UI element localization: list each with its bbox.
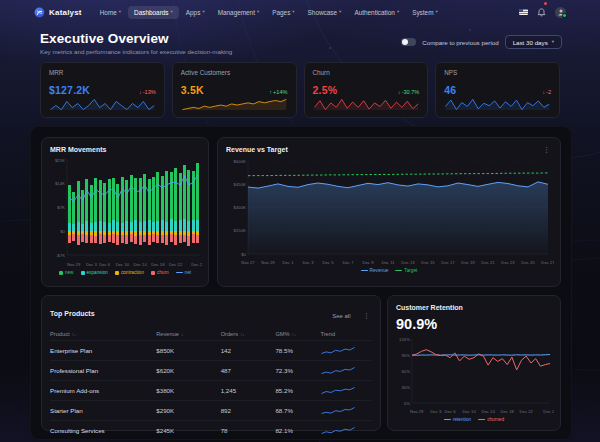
trend-arrow-icon: ↓ [139,89,142,95]
svg-text:Nov 29: Nov 29 [261,260,275,265]
kpi-card-mrr[interactable]: MRR $127.2K ↓ -13% [40,62,165,118]
column-header-gm-[interactable]: GM%↑↓ [275,328,320,341]
nav-item-showcase[interactable]: Showcase▾ [302,6,348,19]
kpi-card-nps[interactable]: NPS 46 ↓ -2 [435,62,560,118]
kpi-delta-value: -30.7% [402,89,420,95]
kpi-value-row: 2.5% ↓ -30.7% [313,84,420,96]
trend-sparkline [320,426,356,435]
svg-text:Dec 27: Dec 27 [541,260,554,265]
nav-item-home[interactable]: Home▾ [94,6,127,19]
trend-sparkline [320,386,356,395]
column-header-trend: Trend [320,328,372,341]
column-header-product[interactable]: Product↑↓ [50,328,156,341]
kpi-value: $127.2K [49,84,90,96]
kpi-delta-badge: ↓ -30.7% [398,89,420,95]
kpi-delta-badge: ↓ -13% [139,89,156,95]
executive-dashboard-page: Katalyst Home▾Dashboards▾Apps▾Management… [0,0,600,442]
legend-item-contraction[interactable]: contraction [115,270,144,275]
svg-text:Dec 14: Dec 14 [134,262,148,267]
svg-text:Dec 15: Dec 15 [421,260,435,265]
cell-orders: 487 [221,361,276,381]
compare-toggle[interactable] [401,38,416,46]
svg-text:Dec 27: Dec 27 [191,262,202,267]
cell-product: Premium Add-ons [50,381,156,401]
svg-text:Dec 21: Dec 21 [481,260,495,265]
legend-line-swatch [395,270,402,272]
table-row-premium-add-ons: Premium Add-ons$380K1,24585.2% [50,381,372,401]
legend-item-churned[interactable]: churned [478,417,504,422]
chevron-down-icon: ▾ [171,10,173,15]
kpi-label: Active Customers [181,69,288,76]
nav-item-label: Showcase [308,9,338,16]
legend-label: churn [157,270,169,275]
kpi-card-churn[interactable]: Churn 2.5% ↓ -30.7% [304,62,429,118]
kpi-card-active-customers[interactable]: Active Customers 3.5K ↑ +14% [172,62,297,118]
legend-item-target[interactable]: Target [395,268,417,273]
revenue-vs-target-chart[interactable]: $600K$450K$300K$150K$0Nov 27Nov 29Dec 1D… [226,156,554,266]
legend-item-net[interactable]: net [176,270,192,275]
nav-item-system[interactable]: System▾ [406,6,444,19]
navbar-actions [519,3,566,21]
kpi-value-row: 46 ↓ -2 [444,84,551,96]
kpi-value-row: $127.2K ↓ -13% [49,84,156,96]
legend-label: retention [453,417,471,422]
legend-square-swatch [151,271,155,275]
svg-text:Dec 27: Dec 27 [543,409,554,414]
chevron-down-icon: ▾ [552,40,554,45]
nav-item-label: Management [218,9,255,16]
trend-arrow-icon: ↓ [398,89,401,95]
svg-text:-$7K: -$7K [56,253,65,258]
nav-item-pages[interactable]: Pages▾ [266,6,300,19]
column-header-orders[interactable]: Orders↑↓ [221,328,276,341]
legend-label: expansion [87,270,108,275]
svg-text:Dec 14: Dec 14 [481,409,495,414]
legend-item-expansion[interactable]: expansion [81,270,108,275]
chevron-down-icon: ▾ [339,10,341,15]
kpi-value-row: 3.5K ↑ +14% [181,84,288,96]
revenue-vs-target-card: Revenue vs Target ⋮ $600K$450K$300K$150K… [217,137,561,287]
notifications-button[interactable] [537,3,546,21]
nav-item-management[interactable]: Management▾ [212,6,266,19]
nav-item-apps[interactable]: Apps▾ [180,6,211,19]
svg-text:Dec 7: Dec 7 [343,260,355,265]
kpi-sparkline [181,98,288,111]
customer-retention-card: Customer Retention 90.9% 120%90%60%30%0%… [387,295,561,431]
cell-gm: 72.3% [275,361,320,381]
top-products-card: Top Products See all ⋮ Product↑↓Revenue↓… [41,295,381,431]
top-navbar: Katalyst Home▾Dashboards▾Apps▾Management… [0,0,600,24]
legend-item-retention[interactable]: retention [444,417,471,422]
legend-line-swatch [444,419,451,421]
brand-name: Katalyst [49,8,82,17]
language-flag-icon[interactable] [519,9,528,15]
customer-retention-chart[interactable]: 120%90%60%30%0%Nov 29Dec 3Dec 6Dec 10Dec… [396,335,554,415]
svg-text:Dec 18: Dec 18 [501,409,515,414]
card-title: Customer Retention [396,304,552,311]
svg-text:Nov 29: Nov 29 [67,262,81,267]
brand[interactable]: Katalyst [34,7,82,18]
column-header-label: Orders [221,331,238,337]
legend-item-revenue[interactable]: Revenue [361,268,389,273]
kpi-delta-value: +14% [273,89,287,95]
legend-item-churn[interactable]: churn [151,270,169,275]
mrr-movements-chart[interactable]: $21K$14K$7K$0-$7KNov 29Dec 3Dec 6Dec 10D… [50,156,202,268]
kebab-menu-icon[interactable]: ⋮ [541,146,552,153]
svg-text:Dec 10: Dec 10 [462,409,476,414]
nav-item-dashboards[interactable]: Dashboards▾ [128,6,179,19]
cell-orders: 1,245 [221,381,276,401]
nav-item-authentication[interactable]: Authentication▾ [348,6,405,19]
cell-trend [320,381,372,401]
user-menu-button[interactable] [555,7,566,18]
kebab-menu-icon[interactable]: ⋮ [361,312,372,319]
svg-text:Dec 25: Dec 25 [521,260,535,265]
kpi-sparkline [444,98,551,111]
svg-text:60%: 60% [401,369,410,374]
kpi-delta-value: -2 [546,89,551,95]
svg-text:Dec 9: Dec 9 [363,260,375,265]
see-all-link[interactable]: See all [332,313,350,319]
period-select[interactable]: Last 30 days ▾ [505,35,562,49]
sort-icon: ↑↓ [240,332,244,337]
cell-trend [320,421,372,441]
svg-text:Dec 10: Dec 10 [116,262,130,267]
column-header-revenue[interactable]: Revenue↓ [156,328,220,341]
legend-item-new[interactable]: new [59,270,74,275]
